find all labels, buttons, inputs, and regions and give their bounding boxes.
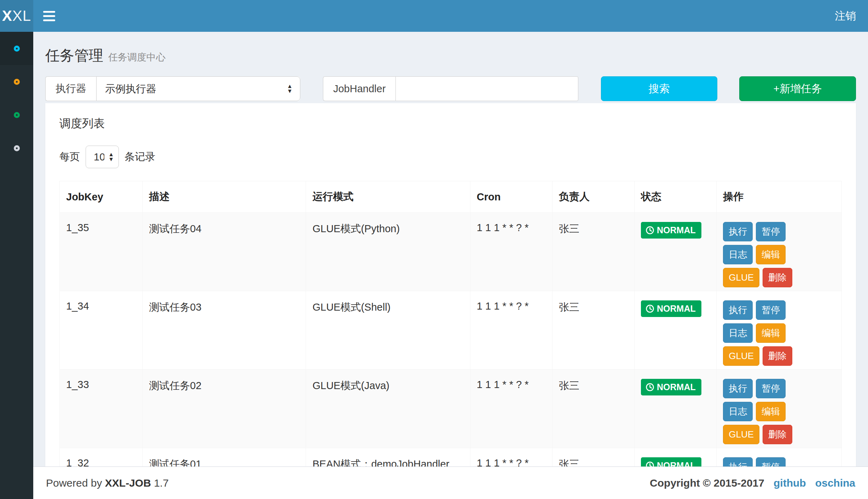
cell-desc: 测试任务04 bbox=[143, 213, 306, 291]
edit-button[interactable]: 编辑 bbox=[756, 402, 786, 421]
executor-filter-group: 执行器 示例执行器 ▲▼ bbox=[45, 76, 300, 101]
cell-actions: 执行暂停日志编辑GLUE删除 bbox=[717, 213, 842, 291]
content-header: 任务管理任务调度中心 bbox=[33, 32, 868, 76]
clock-icon bbox=[646, 304, 654, 313]
sidebar bbox=[0, 32, 33, 499]
delete-button[interactable]: 删除 bbox=[763, 346, 792, 366]
cell-cron: 1 1 1 * * ? * bbox=[470, 213, 552, 291]
schedule-list-panel: 调度列表 每页 10 ▲▼ 条记录 JobKey描述运行模式Cron负责人状态操… bbox=[45, 103, 856, 499]
glue-button[interactable]: GLUE bbox=[723, 346, 759, 366]
cell-desc: 测试任务02 bbox=[143, 370, 306, 448]
page-size-prefix: 每页 bbox=[59, 150, 80, 164]
cell-owner: 张三 bbox=[552, 213, 634, 291]
oschina-link[interactable]: oschina bbox=[815, 477, 855, 489]
jobhandler-label: JobHandler bbox=[323, 76, 395, 101]
product-name: XXL-JOB bbox=[105, 477, 151, 489]
table-header-cell: JobKey bbox=[60, 181, 143, 213]
page-title: 任务管理 bbox=[45, 46, 103, 65]
page-subtitle: 任务调度中心 bbox=[108, 52, 166, 63]
table-header-cell: 操作 bbox=[717, 181, 842, 213]
cell-mode: GLUE模式(Python) bbox=[306, 213, 470, 291]
table-header-row: JobKey描述运行模式Cron负责人状态操作 bbox=[60, 181, 842, 213]
log-button[interactable]: 日志 bbox=[723, 245, 753, 264]
sidebar-item-item-3[interactable] bbox=[0, 98, 33, 131]
executor-select[interactable]: 示例执行器 bbox=[96, 76, 300, 101]
cell-desc: 测试任务03 bbox=[143, 291, 306, 370]
cell-actions: 执行暂停日志编辑GLUE删除 bbox=[717, 370, 842, 448]
status-badge: NORMAL bbox=[641, 300, 701, 317]
cell-cron: 1 1 1 * * ? * bbox=[470, 291, 552, 370]
table-header-cell: Cron bbox=[470, 181, 552, 213]
status-label: NORMAL bbox=[657, 382, 696, 392]
sidebar-item-item-4[interactable] bbox=[0, 131, 33, 165]
top-navbar: XXL 注销 bbox=[0, 0, 868, 32]
action-buttons: 执行暂停日志编辑GLUE删除 bbox=[723, 379, 812, 448]
page-size-suffix: 条记录 bbox=[125, 150, 155, 164]
cell-actions: 执行暂停日志编辑GLUE删除 bbox=[717, 291, 842, 370]
search-button[interactable]: 搜索 bbox=[601, 76, 718, 101]
status-label: NORMAL bbox=[657, 304, 696, 314]
edit-button[interactable]: 编辑 bbox=[756, 323, 786, 343]
cell-owner: 张三 bbox=[552, 291, 634, 370]
delete-button[interactable]: 删除 bbox=[763, 268, 792, 287]
action-buttons: 执行暂停日志编辑GLUE删除 bbox=[723, 222, 812, 291]
logout-link[interactable]: 注销 bbox=[835, 9, 856, 23]
pause-button[interactable]: 暂停 bbox=[756, 222, 786, 241]
cell-status: NORMAL bbox=[635, 213, 717, 291]
cell-status: NORMAL bbox=[635, 370, 717, 448]
run-button[interactable]: 执行 bbox=[723, 379, 753, 398]
log-button[interactable]: 日志 bbox=[723, 323, 753, 343]
panel-title: 调度列表 bbox=[59, 116, 842, 131]
table-header-cell: 运行模式 bbox=[306, 181, 470, 213]
page-size-select[interactable]: 10 bbox=[86, 146, 119, 168]
table-row: 1_35测试任务04GLUE模式(Python)1 1 1 * * ? *张三N… bbox=[60, 213, 842, 291]
log-button[interactable]: 日志 bbox=[723, 402, 753, 421]
powered-by: Powered by XXL-JOB 1.7 bbox=[46, 477, 169, 489]
github-link[interactable]: github bbox=[774, 477, 806, 489]
cell-cron: 1 1 1 * * ? * bbox=[470, 370, 552, 448]
jobhandler-input[interactable] bbox=[395, 76, 578, 101]
status-badge: NORMAL bbox=[641, 222, 701, 239]
cell-mode: GLUE模式(Java) bbox=[306, 370, 470, 448]
glue-button[interactable]: GLUE bbox=[723, 268, 759, 287]
cell-mode: GLUE模式(Shell) bbox=[306, 291, 470, 370]
circle-outline-icon bbox=[14, 79, 20, 85]
run-button[interactable]: 执行 bbox=[723, 222, 753, 241]
sidebar-item-job-manage[interactable] bbox=[0, 32, 33, 65]
app-logo[interactable]: XXL bbox=[0, 0, 33, 32]
status-label: NORMAL bbox=[657, 225, 696, 235]
edit-button[interactable]: 编辑 bbox=[756, 245, 786, 264]
glue-button[interactable]: GLUE bbox=[723, 425, 759, 444]
cell-jobkey: 1_34 bbox=[60, 291, 143, 370]
circle-outline-icon bbox=[14, 46, 20, 52]
filter-row: 执行器 示例执行器 ▲▼ JobHandler 搜索 +新增任务 bbox=[33, 76, 868, 101]
cell-jobkey: 1_33 bbox=[60, 370, 143, 448]
jobhandler-filter-group: JobHandler bbox=[323, 76, 578, 101]
hamburger-icon[interactable] bbox=[43, 4, 68, 28]
logo-rest: XL bbox=[12, 7, 31, 24]
circle-outline-icon bbox=[14, 112, 20, 118]
cell-status: NORMAL bbox=[635, 291, 717, 370]
main-content: 任务管理任务调度中心 执行器 示例执行器 ▲▼ JobHandler 搜索 +新… bbox=[33, 32, 868, 466]
pause-button[interactable]: 暂停 bbox=[756, 300, 786, 320]
circle-outline-icon bbox=[14, 145, 20, 151]
page-size-row: 每页 10 ▲▼ 条记录 bbox=[59, 146, 842, 168]
pause-button[interactable]: 暂停 bbox=[756, 379, 786, 398]
product-version: 1.7 bbox=[154, 477, 169, 489]
logo-bold: X bbox=[2, 7, 12, 24]
cell-jobkey: 1_35 bbox=[60, 213, 143, 291]
status-badge: NORMAL bbox=[641, 379, 701, 395]
delete-button[interactable]: 删除 bbox=[763, 425, 792, 444]
powered-by-prefix: Powered by bbox=[46, 477, 102, 489]
main-footer: Powered by XXL-JOB 1.7 Copyright © 2015-… bbox=[33, 466, 868, 499]
table-header-cell: 状态 bbox=[635, 181, 717, 213]
executor-label: 执行器 bbox=[45, 76, 96, 101]
sidebar-item-item-2[interactable] bbox=[0, 65, 33, 98]
run-button[interactable]: 执行 bbox=[723, 300, 753, 320]
cell-owner: 张三 bbox=[552, 370, 634, 448]
clock-icon bbox=[646, 226, 654, 235]
jobs-table: JobKey描述运行模式Cron负责人状态操作 1_35测试任务04GLUE模式… bbox=[59, 181, 842, 499]
clock-icon bbox=[646, 383, 654, 392]
add-job-button[interactable]: +新增任务 bbox=[739, 76, 856, 101]
navbar-main: 注销 bbox=[33, 0, 868, 32]
